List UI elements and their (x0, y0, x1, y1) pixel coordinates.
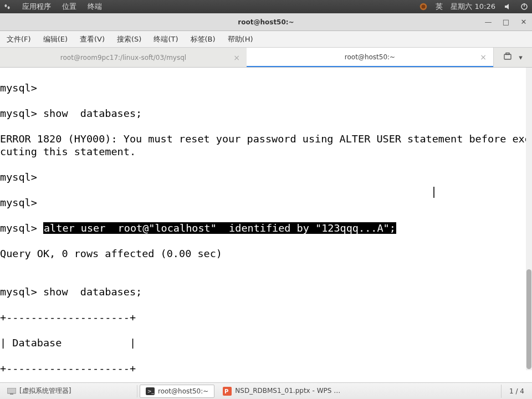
svg-rect-7 (506, 53, 509, 55)
svg-point-3 (422, 4, 426, 8)
menu-file[interactable]: 文件(F) (2, 32, 35, 47)
menu-terminal[interactable]: 终端 (88, 2, 102, 12)
svg-point-1 (8, 6, 10, 9)
maximize-button[interactable]: □ (501, 17, 511, 27)
task-vm-manager[interactable]: [虚拟系统管理器] (1, 385, 137, 398)
highlighted-command: alter user root@"localhost" identified b… (43, 222, 396, 234)
terminal-line: mysql> (0, 81, 532, 94)
wps-icon: P (223, 387, 232, 396)
tabbar: root@room9pc17:/linux-soft/03/mysql × ro… (0, 48, 532, 68)
svg-text:P: P (224, 388, 228, 395)
menu-places[interactable]: 位置 (62, 2, 76, 12)
svg-rect-9 (10, 393, 13, 395)
window-titlebar: root@host50:~ — □ ✕ (0, 13, 532, 31)
minimize-button[interactable]: — (483, 17, 493, 27)
terminal-line: +--------------------+ (0, 362, 532, 371)
tab-menu-icon[interactable]: ▾ (519, 53, 523, 62)
battery-icon[interactable] (419, 2, 428, 11)
tab-close-icon[interactable]: × (233, 53, 240, 62)
input-method-indicator[interactable]: 英 (436, 2, 443, 12)
scrollbar-thumb[interactable] (526, 269, 531, 369)
svg-text:>_: >_ (147, 388, 155, 394)
mouse-text-cursor (433, 187, 434, 198)
menu-terminal[interactable]: 终端(T) (149, 32, 182, 47)
terminal-line: Query OK, 0 rows affected (0.00 sec) (0, 247, 532, 260)
power-icon[interactable] (520, 2, 529, 11)
activities-icon[interactable] (3, 3, 11, 11)
bottom-panel: [虚拟系统管理器] >_ root@host50:~ P NSD_RDBMS1_… (0, 382, 532, 399)
terminal-line: mysql> (0, 196, 532, 209)
terminal-tab-2[interactable]: root@host50:~ × (247, 48, 493, 67)
workspace-pager[interactable]: 1 / 4 (501, 385, 532, 398)
tab-label: root@room9pc17:/linux-soft/03/mysql (60, 54, 186, 62)
menu-search[interactable]: 搜索(S) (112, 32, 146, 47)
task-label: NSD_RDBMS1_01.pptx - WPS 演示 (235, 386, 344, 396)
terminal-line: mysql> (0, 171, 532, 183)
menubar: 文件(F) 编辑(E) 查看(V) 搜索(S) 终端(T) 标签(B) 帮助(H… (0, 31, 532, 48)
top-panel: 应用程序 位置 终端 英 星期六 10:26 (0, 0, 532, 13)
volume-icon[interactable] (503, 2, 512, 11)
tab-close-icon[interactable]: × (480, 53, 487, 62)
terminal-output[interactable]: mysql> mysql> show databases; ERROR 1820… (0, 68, 532, 371)
new-tab-icon[interactable] (503, 52, 512, 63)
task-label: root@host50:~ (158, 387, 208, 395)
svg-rect-6 (504, 54, 511, 59)
svg-point-0 (4, 4, 7, 7)
terminal-scrollbar[interactable] (526, 68, 532, 370)
tab-label: root@host50:~ (345, 53, 395, 61)
menu-view[interactable]: 查看(V) (75, 32, 109, 47)
task-terminal[interactable]: >_ root@host50:~ (140, 385, 214, 398)
svg-rect-8 (7, 388, 16, 393)
terminal-line: mysql> show databases; (0, 285, 532, 298)
terminal-tab-1[interactable]: root@room9pc17:/linux-soft/03/mysql × (0, 48, 247, 67)
menu-help[interactable]: 帮助(H) (223, 32, 258, 47)
task-wps[interactable]: P NSD_RDBMS1_01.pptx - WPS 演示 (217, 385, 350, 398)
terminal-line: mysql> alter user root@"localhost" ident… (0, 222, 532, 234)
task-label: [虚拟系统管理器] (19, 386, 71, 396)
terminal-line: mysql> show databases; (0, 107, 532, 120)
vm-icon (7, 387, 16, 396)
window-title: root@host50:~ (238, 18, 294, 26)
close-button[interactable]: ✕ (519, 17, 529, 27)
clock[interactable]: 星期六 10:26 (451, 2, 495, 12)
terminal-line: ERROR 1820 (HY000): You must reset your … (0, 132, 532, 158)
terminal-line: | Database | (0, 336, 532, 349)
menu-applications[interactable]: 应用程序 (22, 2, 51, 12)
terminal-line: +--------------------+ (0, 311, 532, 324)
pager-label: 1 / 4 (509, 387, 524, 395)
menu-tabs[interactable]: 标签(B) (186, 32, 220, 47)
menu-edit[interactable]: 编辑(E) (39, 32, 72, 47)
terminal-icon: >_ (146, 387, 155, 396)
